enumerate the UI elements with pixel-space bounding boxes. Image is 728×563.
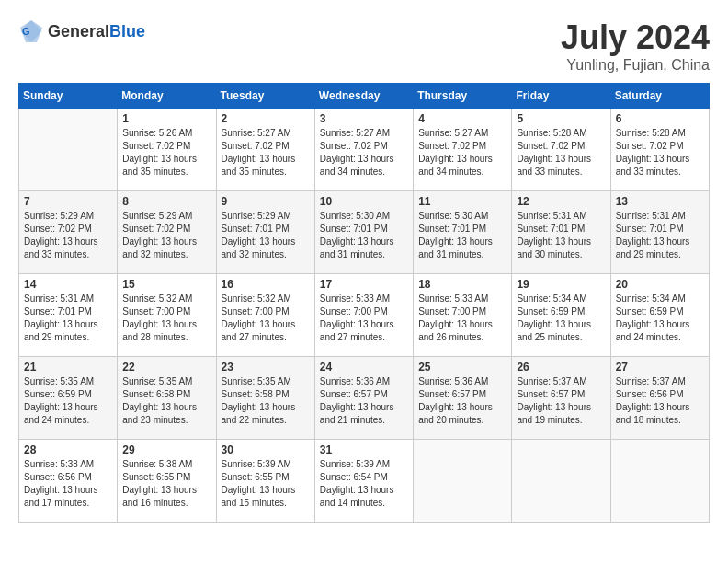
calendar-cell: 10Sunrise: 5:30 AM Sunset: 7:01 PM Dayli…	[314, 191, 413, 274]
calendar-day-header: Tuesday	[216, 84, 314, 109]
calendar-cell: 1Sunrise: 5:26 AM Sunset: 7:02 PM Daylig…	[118, 109, 216, 191]
day-number: 24	[320, 361, 408, 373]
calendar-cell: 9Sunrise: 5:29 AM Sunset: 7:01 PM Daylig…	[216, 191, 314, 274]
day-info: Sunrise: 5:29 AM Sunset: 7:01 PM Dayligh…	[222, 210, 310, 261]
day-number: 1	[122, 112, 210, 125]
calendar-cell: 29Sunrise: 5:38 AM Sunset: 6:55 PM Dayli…	[118, 440, 216, 523]
day-number: 23	[222, 361, 310, 373]
logo-icon: G	[18, 18, 44, 44]
day-info: Sunrise: 5:38 AM Sunset: 6:55 PM Dayligh…	[122, 458, 210, 510]
day-info: Sunrise: 5:28 AM Sunset: 7:02 PM Dayligh…	[616, 127, 704, 178]
calendar-cell: 2Sunrise: 5:27 AM Sunset: 7:02 PM Daylig…	[216, 109, 314, 191]
day-number: 22	[122, 361, 210, 373]
calendar-cell: 3Sunrise: 5:27 AM Sunset: 7:02 PM Daylig…	[314, 109, 413, 191]
calendar-cell: 7Sunrise: 5:29 AM Sunset: 7:02 PM Daylig…	[19, 191, 118, 274]
calendar-cell: 17Sunrise: 5:33 AM Sunset: 7:00 PM Dayli…	[314, 274, 413, 357]
day-info: Sunrise: 5:28 AM Sunset: 7:02 PM Dayligh…	[517, 127, 605, 178]
day-number: 16	[222, 278, 310, 291]
calendar-cell: 13Sunrise: 5:31 AM Sunset: 7:01 PM Dayli…	[610, 191, 709, 274]
logo: G GeneralBlue	[18, 18, 145, 44]
calendar-cell: 18Sunrise: 5:33 AM Sunset: 7:00 PM Dayli…	[414, 274, 512, 357]
calendar-cell: 11Sunrise: 5:30 AM Sunset: 7:01 PM Dayli…	[414, 191, 512, 274]
day-info: Sunrise: 5:31 AM Sunset: 7:01 PM Dayligh…	[24, 293, 112, 344]
day-number: 31	[320, 443, 408, 456]
calendar-cell	[610, 440, 709, 523]
day-number: 15	[122, 278, 210, 291]
day-info: Sunrise: 5:29 AM Sunset: 7:02 PM Dayligh…	[122, 210, 210, 261]
day-info: Sunrise: 5:30 AM Sunset: 7:01 PM Dayligh…	[418, 210, 506, 261]
day-number: 7	[24, 195, 112, 208]
day-number: 11	[418, 195, 506, 208]
month-title: July 2024	[561, 18, 710, 57]
calendar-cell: 4Sunrise: 5:27 AM Sunset: 7:02 PM Daylig…	[414, 109, 512, 191]
calendar-header-row: SundayMondayTuesdayWednesdayThursdayFrid…	[19, 84, 710, 109]
day-info: Sunrise: 5:35 AM Sunset: 6:59 PM Dayligh…	[24, 375, 112, 427]
day-info: Sunrise: 5:36 AM Sunset: 6:57 PM Dayligh…	[320, 375, 408, 427]
calendar-cell	[19, 109, 118, 191]
day-number: 13	[616, 195, 704, 208]
calendar-day-header: Monday	[118, 84, 216, 109]
day-number: 17	[320, 278, 408, 291]
day-number: 28	[24, 443, 112, 456]
day-number: 2	[222, 112, 310, 125]
day-number: 29	[122, 443, 210, 456]
day-number: 4	[418, 112, 506, 125]
day-number: 21	[24, 361, 112, 373]
day-number: 19	[517, 278, 605, 291]
location-title: Yunling, Fujian, China	[561, 57, 710, 74]
day-info: Sunrise: 5:32 AM Sunset: 7:00 PM Dayligh…	[122, 293, 210, 344]
day-info: Sunrise: 5:37 AM Sunset: 6:56 PM Dayligh…	[616, 375, 704, 427]
calendar-cell: 15Sunrise: 5:32 AM Sunset: 7:00 PM Dayli…	[118, 274, 216, 357]
day-info: Sunrise: 5:39 AM Sunset: 6:55 PM Dayligh…	[222, 458, 310, 510]
day-info: Sunrise: 5:27 AM Sunset: 7:02 PM Dayligh…	[418, 127, 506, 178]
logo-blue-text: Blue	[109, 22, 145, 40]
day-info: Sunrise: 5:29 AM Sunset: 7:02 PM Dayligh…	[24, 210, 112, 261]
day-info: Sunrise: 5:33 AM Sunset: 7:00 PM Dayligh…	[320, 293, 408, 344]
day-number: 12	[517, 195, 605, 208]
day-info: Sunrise: 5:35 AM Sunset: 6:58 PM Dayligh…	[122, 375, 210, 427]
calendar-week-row: 21Sunrise: 5:35 AM Sunset: 6:59 PM Dayli…	[19, 357, 710, 440]
calendar-cell: 14Sunrise: 5:31 AM Sunset: 7:01 PM Dayli…	[19, 274, 118, 357]
day-number: 27	[616, 361, 704, 373]
calendar-cell: 16Sunrise: 5:32 AM Sunset: 7:00 PM Dayli…	[216, 274, 314, 357]
calendar-cell: 19Sunrise: 5:34 AM Sunset: 6:59 PM Dayli…	[512, 274, 610, 357]
calendar-cell: 24Sunrise: 5:36 AM Sunset: 6:57 PM Dayli…	[314, 357, 413, 440]
calendar-week-row: 14Sunrise: 5:31 AM Sunset: 7:01 PM Dayli…	[19, 274, 710, 357]
day-number: 5	[517, 112, 605, 125]
day-info: Sunrise: 5:26 AM Sunset: 7:02 PM Dayligh…	[122, 127, 210, 178]
calendar-day-header: Sunday	[19, 84, 118, 109]
calendar-cell	[512, 440, 610, 523]
calendar-cell: 5Sunrise: 5:28 AM Sunset: 7:02 PM Daylig…	[512, 109, 610, 191]
calendar-day-header: Thursday	[414, 84, 512, 109]
calendar-cell	[414, 440, 512, 523]
day-number: 26	[517, 361, 605, 373]
day-number: 30	[222, 443, 310, 456]
day-info: Sunrise: 5:38 AM Sunset: 6:56 PM Dayligh…	[24, 458, 112, 510]
calendar-cell: 20Sunrise: 5:34 AM Sunset: 6:59 PM Dayli…	[610, 274, 709, 357]
calendar-week-row: 7Sunrise: 5:29 AM Sunset: 7:02 PM Daylig…	[19, 191, 710, 274]
page-header: G GeneralBlue July 2024 Yunling, Fujian,…	[18, 18, 710, 74]
calendar-day-header: Wednesday	[314, 84, 413, 109]
day-number: 8	[122, 195, 210, 208]
day-info: Sunrise: 5:34 AM Sunset: 6:59 PM Dayligh…	[517, 293, 605, 344]
calendar-day-header: Friday	[512, 84, 610, 109]
day-info: Sunrise: 5:30 AM Sunset: 7:01 PM Dayligh…	[320, 210, 408, 261]
day-number: 3	[320, 112, 408, 125]
calendar-cell: 26Sunrise: 5:37 AM Sunset: 6:57 PM Dayli…	[512, 357, 610, 440]
day-info: Sunrise: 5:33 AM Sunset: 7:00 PM Dayligh…	[418, 293, 506, 344]
day-info: Sunrise: 5:36 AM Sunset: 6:57 PM Dayligh…	[418, 375, 506, 427]
day-number: 6	[616, 112, 704, 125]
logo-general-text: General	[48, 22, 109, 40]
day-number: 10	[320, 195, 408, 208]
calendar-cell: 21Sunrise: 5:35 AM Sunset: 6:59 PM Dayli…	[19, 357, 118, 440]
calendar-cell: 31Sunrise: 5:39 AM Sunset: 6:54 PM Dayli…	[314, 440, 413, 523]
day-info: Sunrise: 5:31 AM Sunset: 7:01 PM Dayligh…	[517, 210, 605, 261]
calendar-cell: 28Sunrise: 5:38 AM Sunset: 6:56 PM Dayli…	[19, 440, 118, 523]
calendar-cell: 8Sunrise: 5:29 AM Sunset: 7:02 PM Daylig…	[118, 191, 216, 274]
day-info: Sunrise: 5:27 AM Sunset: 7:02 PM Dayligh…	[222, 127, 310, 178]
calendar-cell: 30Sunrise: 5:39 AM Sunset: 6:55 PM Dayli…	[216, 440, 314, 523]
calendar-cell: 12Sunrise: 5:31 AM Sunset: 7:01 PM Dayli…	[512, 191, 610, 274]
day-info: Sunrise: 5:31 AM Sunset: 7:01 PM Dayligh…	[616, 210, 704, 261]
day-info: Sunrise: 5:32 AM Sunset: 7:00 PM Dayligh…	[222, 293, 310, 344]
calendar-cell: 22Sunrise: 5:35 AM Sunset: 6:58 PM Dayli…	[118, 357, 216, 440]
